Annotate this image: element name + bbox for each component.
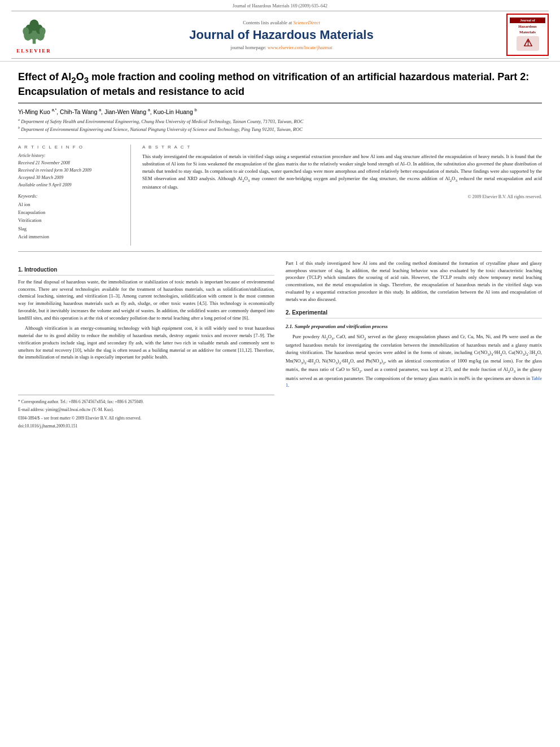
- sample-prep-heading: 2.1. Sample preparation and vitrificatio…: [286, 323, 542, 331]
- keyword-slag: Slag: [18, 225, 121, 233]
- keyword-acid-immersion: Acid immersion: [18, 233, 121, 241]
- elsevier-logo: ELSEVIER: [11, 16, 56, 54]
- journal-homepage-line: journal homepage: www.elsevier.com/locat…: [56, 45, 506, 50]
- abstract-heading: A B S T R A C T: [142, 145, 542, 150]
- abstract-text: This study investigated the encapsulatio…: [142, 153, 542, 190]
- svg-point-8: [39, 27, 45, 36]
- accepted-date: Accepted 30 March 2009: [18, 174, 121, 182]
- affiliations: a Department of Safety Health and Enviro…: [18, 117, 542, 133]
- haz-logo-graphic-icon: ⚠: [514, 35, 542, 52]
- corresponding-footnote: * Corresponding author. Tel.: +886 6 267…: [18, 399, 274, 405]
- info-section: A R T I C L E I N F O Article history: R…: [18, 138, 542, 251]
- intro-number: 1.: [18, 267, 24, 273]
- keyword-encapsulation: Encapsulation: [18, 208, 121, 216]
- article-info-col: A R T I C L E I N F O Article history: R…: [18, 145, 131, 245]
- article-info-heading: A R T I C L E I N F O: [18, 145, 121, 150]
- svg-point-6: [29, 19, 39, 30]
- table1-link[interactable]: Table 1: [286, 375, 542, 388]
- revised-date: Received in revised form 30 March 2009: [18, 167, 121, 174]
- article-title: Effect of Al2O3 mole fraction and coolin…: [18, 71, 542, 103]
- doi-footnote: doi:10.1016/j.jhazmat.2009.03.151: [18, 423, 274, 429]
- intro-para-1: For the final disposal of hazardous wast…: [18, 278, 274, 322]
- sample-prep-para: Pure powdery Al2O3, CaO, and SiO2 served…: [286, 333, 542, 389]
- journal-main-title: Journal of Hazardous Materials: [56, 28, 506, 42]
- experimental-heading: 2. Experimental: [286, 308, 542, 318]
- body-col-left: 1. Introduction For the final disposal o…: [18, 260, 274, 431]
- intro-heading: 1. Introduction: [18, 265, 274, 276]
- received-date: Received 21 November 2008: [18, 160, 121, 167]
- contents-label: Contents lists available at: [243, 20, 292, 25]
- journal-header: Journal of Hazardous Materials 169 (2009…: [0, 0, 560, 62]
- journal-citation: Journal of Hazardous Materials 169 (2009…: [233, 3, 327, 8]
- keyword-vitrification: Vitrification: [18, 216, 121, 224]
- article-history: Article history: Received 21 November 20…: [18, 153, 121, 189]
- experimental-number: 2.: [286, 309, 292, 316]
- svg-text:⚠: ⚠: [523, 37, 533, 49]
- hazmat-journal-logo: Journal of HazardousMaterials ⚠: [506, 14, 549, 56]
- keywords-section: Keywords: Al ion Encapsulation Vitrifica…: [18, 194, 121, 241]
- experimental-title: Experimental: [292, 309, 327, 316]
- page-wrapper: Journal of Hazardous Materials 169 (2009…: [0, 0, 560, 747]
- abstract-col: A B S T R A C T This study investigated …: [142, 145, 542, 245]
- copyright-line: © 2009 Elsevier B.V. All rights reserved…: [142, 194, 542, 199]
- issn-footnote: 0304-3894/$ – see front matter © 2009 El…: [18, 415, 274, 421]
- email-footnote: E-mail address: yiming@mail.hwai.edu.tw …: [18, 407, 274, 413]
- right-intro-para: Part 1 of this study investigated how Al…: [286, 260, 542, 303]
- intro-title: Introduction: [24, 267, 57, 273]
- keyword-al-ion: Al ion: [18, 200, 121, 208]
- homepage-url[interactable]: www.elsevier.com/locate/jhazmat: [268, 45, 333, 50]
- body-columns: 1. Introduction For the final disposal o…: [18, 260, 542, 431]
- authors-line: Yi-Ming Kuo a,*, Chih-Ta Wang a, Jian-We…: [18, 108, 542, 115]
- article-content: Effect of Al2O3 mole fraction and coolin…: [0, 62, 560, 440]
- elsevier-wordmark: ELSEVIER: [16, 48, 51, 54]
- elsevier-tree-icon: [19, 16, 50, 47]
- available-date: Available online 9 April 2009: [18, 182, 121, 189]
- contents-available-line: Contents lists available at ScienceDirec…: [56, 20, 506, 25]
- intro-para-2: Although vitrification is an energy-cons…: [18, 325, 274, 361]
- sciencedirect-link[interactable]: ScienceDirect: [293, 20, 320, 25]
- homepage-label: journal homepage:: [230, 45, 266, 50]
- keywords-heading: Keywords:: [18, 194, 121, 199]
- journal-banner: ELSEVIER Contents lists available at Sci…: [11, 11, 549, 59]
- haz-logo-text: HazardousMaterials: [518, 24, 537, 34]
- body-col-right: Part 1 of this study investigated how Al…: [286, 260, 542, 431]
- svg-point-7: [23, 27, 29, 36]
- history-heading: Article history:: [18, 153, 121, 158]
- journal-title-center: Contents lists available at ScienceDirec…: [56, 20, 506, 50]
- footnote-section: * Corresponding author. Tel.: +886 6 267…: [18, 395, 274, 429]
- haz-logo-inner: Journal of: [510, 18, 545, 23]
